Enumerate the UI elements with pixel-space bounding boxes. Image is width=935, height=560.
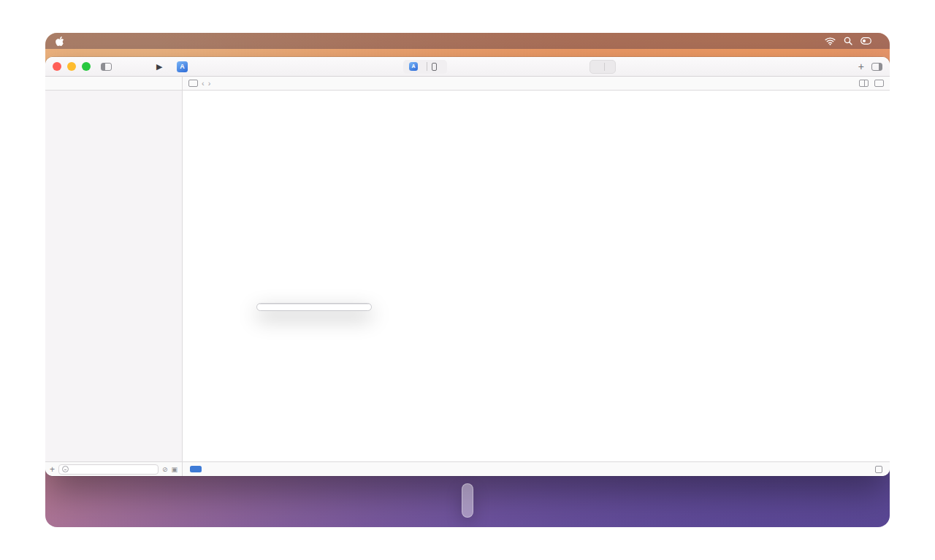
autocomplete-detail bbox=[257, 304, 371, 310]
source-editor[interactable] bbox=[183, 91, 890, 461]
project-navigator bbox=[45, 91, 183, 461]
editor-status-bar bbox=[183, 462, 890, 476]
window-project-title bbox=[177, 61, 191, 72]
close-window-button[interactable] bbox=[53, 62, 61, 71]
filter-recent-icon[interactable]: ⊘ bbox=[162, 466, 168, 473]
filter-scm-icon[interactable]: ▣ bbox=[171, 466, 178, 473]
jump-bar: ‹ › bbox=[183, 77, 890, 90]
xcode-window: ▶ + bbox=[45, 57, 890, 476]
related-items-icon[interactable] bbox=[188, 80, 198, 87]
filter-icon bbox=[62, 466, 69, 472]
activity-viewer[interactable] bbox=[589, 60, 616, 74]
zoom-window-button[interactable] bbox=[82, 62, 91, 71]
dock bbox=[462, 483, 473, 518]
filter-field[interactable] bbox=[58, 464, 159, 475]
library-add-button[interactable]: + bbox=[858, 61, 864, 72]
filter-input[interactable] bbox=[71, 465, 155, 473]
window-bottom-bar: + ⊘ ▣ bbox=[45, 461, 890, 476]
menu-bar bbox=[45, 33, 890, 49]
toggle-navigator-icon[interactable] bbox=[101, 63, 112, 71]
desktop: ▶ + bbox=[45, 33, 890, 527]
add-editor-icon[interactable] bbox=[859, 80, 869, 87]
scheme-selector[interactable] bbox=[403, 60, 447, 74]
minimize-window-button[interactable] bbox=[67, 62, 76, 71]
editor-layout-icon[interactable] bbox=[871, 63, 882, 71]
apple-menu-icon[interactable] bbox=[56, 36, 64, 46]
editor-doc-icon[interactable] bbox=[875, 466, 882, 473]
add-file-button[interactable]: + bbox=[50, 464, 55, 475]
back-button[interactable]: ‹ bbox=[202, 79, 205, 88]
navigator-tab-strip bbox=[45, 77, 183, 90]
editor-status-chip bbox=[190, 466, 202, 472]
xcode-project-icon bbox=[177, 61, 188, 72]
run-button[interactable]: ▶ bbox=[156, 62, 162, 72]
control-center-icon[interactable] bbox=[860, 37, 871, 45]
scheme-app-icon bbox=[409, 62, 418, 71]
scheme-divider bbox=[427, 62, 427, 71]
editor-options-icon[interactable] bbox=[874, 80, 884, 87]
spotlight-search-icon[interactable] bbox=[844, 37, 852, 45]
wifi-icon[interactable] bbox=[825, 37, 836, 45]
autocomplete-popup bbox=[256, 303, 372, 311]
activity-divider bbox=[604, 63, 605, 71]
forward-button[interactable]: › bbox=[208, 79, 211, 88]
iphone-device-icon bbox=[432, 63, 437, 71]
window-subbar: ‹ › bbox=[45, 77, 890, 91]
window-titlebar: ▶ + bbox=[45, 57, 890, 77]
navigator-filter-bar: + ⊘ ▣ bbox=[45, 462, 183, 476]
